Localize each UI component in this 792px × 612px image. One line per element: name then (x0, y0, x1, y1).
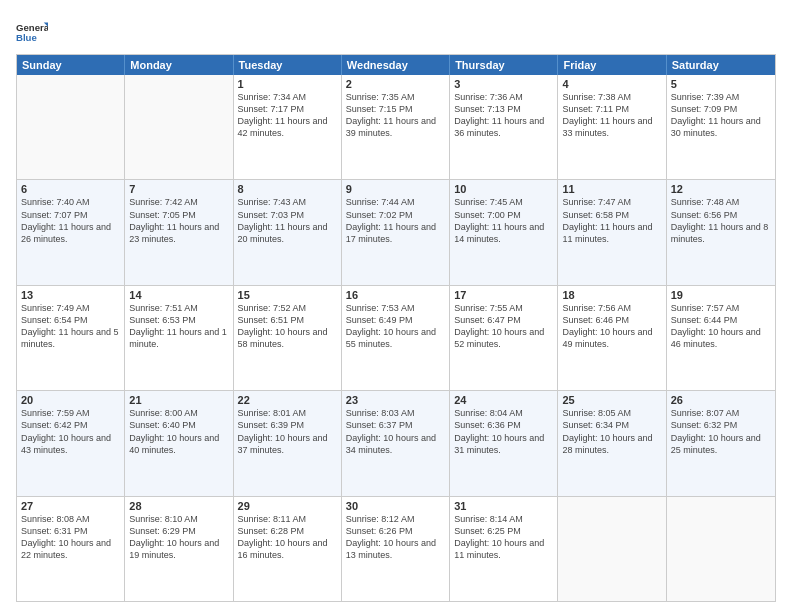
header-day-tuesday: Tuesday (234, 55, 342, 75)
cal-cell-2-0: 13Sunrise: 7:49 AM Sunset: 6:54 PM Dayli… (17, 286, 125, 390)
cell-info: Sunrise: 7:38 AM Sunset: 7:11 PM Dayligh… (562, 91, 661, 140)
header: General Blue (16, 16, 776, 48)
cell-info: Sunrise: 7:36 AM Sunset: 7:13 PM Dayligh… (454, 91, 553, 140)
cal-cell-1-5: 11Sunrise: 7:47 AM Sunset: 6:58 PM Dayli… (558, 180, 666, 284)
day-number: 13 (21, 289, 120, 301)
cell-info: Sunrise: 7:55 AM Sunset: 6:47 PM Dayligh… (454, 302, 553, 351)
cal-cell-4-5 (558, 497, 666, 601)
header-day-thursday: Thursday (450, 55, 558, 75)
header-day-saturday: Saturday (667, 55, 775, 75)
cal-cell-1-1: 7Sunrise: 7:42 AM Sunset: 7:05 PM Daylig… (125, 180, 233, 284)
day-number: 25 (562, 394, 661, 406)
cell-info: Sunrise: 7:49 AM Sunset: 6:54 PM Dayligh… (21, 302, 120, 351)
cell-info: Sunrise: 7:51 AM Sunset: 6:53 PM Dayligh… (129, 302, 228, 351)
cell-info: Sunrise: 8:03 AM Sunset: 6:37 PM Dayligh… (346, 407, 445, 456)
cell-info: Sunrise: 8:11 AM Sunset: 6:28 PM Dayligh… (238, 513, 337, 562)
day-number: 7 (129, 183, 228, 195)
cell-info: Sunrise: 7:48 AM Sunset: 6:56 PM Dayligh… (671, 196, 771, 245)
logo-svg: General Blue (16, 16, 48, 48)
calendar-header: SundayMondayTuesdayWednesdayThursdayFrid… (17, 55, 775, 75)
day-number: 28 (129, 500, 228, 512)
day-number: 16 (346, 289, 445, 301)
day-number: 18 (562, 289, 661, 301)
cal-cell-0-3: 2Sunrise: 7:35 AM Sunset: 7:15 PM Daylig… (342, 75, 450, 179)
cal-cell-4-3: 30Sunrise: 8:12 AM Sunset: 6:26 PM Dayli… (342, 497, 450, 601)
page: General Blue SundayMondayTuesdayWednesda… (0, 0, 792, 612)
cal-cell-1-2: 8Sunrise: 7:43 AM Sunset: 7:03 PM Daylig… (234, 180, 342, 284)
day-number: 3 (454, 78, 553, 90)
day-number: 20 (21, 394, 120, 406)
cell-info: Sunrise: 7:57 AM Sunset: 6:44 PM Dayligh… (671, 302, 771, 351)
cell-info: Sunrise: 7:53 AM Sunset: 6:49 PM Dayligh… (346, 302, 445, 351)
calendar-body: 1Sunrise: 7:34 AM Sunset: 7:17 PM Daylig… (17, 75, 775, 601)
header-day-sunday: Sunday (17, 55, 125, 75)
cell-info: Sunrise: 8:12 AM Sunset: 6:26 PM Dayligh… (346, 513, 445, 562)
day-number: 24 (454, 394, 553, 406)
day-number: 27 (21, 500, 120, 512)
cal-cell-2-3: 16Sunrise: 7:53 AM Sunset: 6:49 PM Dayli… (342, 286, 450, 390)
cell-info: Sunrise: 7:35 AM Sunset: 7:15 PM Dayligh… (346, 91, 445, 140)
day-number: 14 (129, 289, 228, 301)
cal-cell-3-6: 26Sunrise: 8:07 AM Sunset: 6:32 PM Dayli… (667, 391, 775, 495)
day-number: 31 (454, 500, 553, 512)
cell-info: Sunrise: 7:47 AM Sunset: 6:58 PM Dayligh… (562, 196, 661, 245)
cal-cell-2-5: 18Sunrise: 7:56 AM Sunset: 6:46 PM Dayli… (558, 286, 666, 390)
cell-info: Sunrise: 7:52 AM Sunset: 6:51 PM Dayligh… (238, 302, 337, 351)
week-row-5: 27Sunrise: 8:08 AM Sunset: 6:31 PM Dayli… (17, 497, 775, 601)
cal-cell-1-6: 12Sunrise: 7:48 AM Sunset: 6:56 PM Dayli… (667, 180, 775, 284)
day-number: 12 (671, 183, 771, 195)
cell-info: Sunrise: 7:40 AM Sunset: 7:07 PM Dayligh… (21, 196, 120, 245)
cell-info: Sunrise: 7:56 AM Sunset: 6:46 PM Dayligh… (562, 302, 661, 351)
cell-info: Sunrise: 7:45 AM Sunset: 7:00 PM Dayligh… (454, 196, 553, 245)
day-number: 26 (671, 394, 771, 406)
header-day-friday: Friday (558, 55, 666, 75)
day-number: 17 (454, 289, 553, 301)
cal-cell-2-6: 19Sunrise: 7:57 AM Sunset: 6:44 PM Dayli… (667, 286, 775, 390)
header-day-wednesday: Wednesday (342, 55, 450, 75)
cell-info: Sunrise: 7:44 AM Sunset: 7:02 PM Dayligh… (346, 196, 445, 245)
cell-info: Sunrise: 8:05 AM Sunset: 6:34 PM Dayligh… (562, 407, 661, 456)
day-number: 4 (562, 78, 661, 90)
cal-cell-3-0: 20Sunrise: 7:59 AM Sunset: 6:42 PM Dayli… (17, 391, 125, 495)
day-number: 15 (238, 289, 337, 301)
day-number: 29 (238, 500, 337, 512)
week-row-2: 6Sunrise: 7:40 AM Sunset: 7:07 PM Daylig… (17, 180, 775, 285)
day-number: 21 (129, 394, 228, 406)
day-number: 19 (671, 289, 771, 301)
cal-cell-0-4: 3Sunrise: 7:36 AM Sunset: 7:13 PM Daylig… (450, 75, 558, 179)
cell-info: Sunrise: 8:01 AM Sunset: 6:39 PM Dayligh… (238, 407, 337, 456)
cal-cell-0-6: 5Sunrise: 7:39 AM Sunset: 7:09 PM Daylig… (667, 75, 775, 179)
cal-cell-1-0: 6Sunrise: 7:40 AM Sunset: 7:07 PM Daylig… (17, 180, 125, 284)
day-number: 6 (21, 183, 120, 195)
cal-cell-4-0: 27Sunrise: 8:08 AM Sunset: 6:31 PM Dayli… (17, 497, 125, 601)
day-number: 5 (671, 78, 771, 90)
cal-cell-2-1: 14Sunrise: 7:51 AM Sunset: 6:53 PM Dayli… (125, 286, 233, 390)
day-number: 23 (346, 394, 445, 406)
cell-info: Sunrise: 7:43 AM Sunset: 7:03 PM Dayligh… (238, 196, 337, 245)
cell-info: Sunrise: 8:10 AM Sunset: 6:29 PM Dayligh… (129, 513, 228, 562)
day-number: 30 (346, 500, 445, 512)
header-day-monday: Monday (125, 55, 233, 75)
cal-cell-2-4: 17Sunrise: 7:55 AM Sunset: 6:47 PM Dayli… (450, 286, 558, 390)
day-number: 11 (562, 183, 661, 195)
cell-info: Sunrise: 8:08 AM Sunset: 6:31 PM Dayligh… (21, 513, 120, 562)
cal-cell-0-1 (125, 75, 233, 179)
cal-cell-3-1: 21Sunrise: 8:00 AM Sunset: 6:40 PM Dayli… (125, 391, 233, 495)
cal-cell-3-3: 23Sunrise: 8:03 AM Sunset: 6:37 PM Dayli… (342, 391, 450, 495)
cal-cell-0-2: 1Sunrise: 7:34 AM Sunset: 7:17 PM Daylig… (234, 75, 342, 179)
cal-cell-4-4: 31Sunrise: 8:14 AM Sunset: 6:25 PM Dayli… (450, 497, 558, 601)
week-row-3: 13Sunrise: 7:49 AM Sunset: 6:54 PM Dayli… (17, 286, 775, 391)
week-row-1: 1Sunrise: 7:34 AM Sunset: 7:17 PM Daylig… (17, 75, 775, 180)
cal-cell-4-6 (667, 497, 775, 601)
cal-cell-1-3: 9Sunrise: 7:44 AM Sunset: 7:02 PM Daylig… (342, 180, 450, 284)
day-number: 9 (346, 183, 445, 195)
cal-cell-0-0 (17, 75, 125, 179)
cell-info: Sunrise: 7:39 AM Sunset: 7:09 PM Dayligh… (671, 91, 771, 140)
day-number: 22 (238, 394, 337, 406)
cell-info: Sunrise: 8:14 AM Sunset: 6:25 PM Dayligh… (454, 513, 553, 562)
day-number: 2 (346, 78, 445, 90)
day-number: 10 (454, 183, 553, 195)
cal-cell-2-2: 15Sunrise: 7:52 AM Sunset: 6:51 PM Dayli… (234, 286, 342, 390)
cal-cell-1-4: 10Sunrise: 7:45 AM Sunset: 7:00 PM Dayli… (450, 180, 558, 284)
cell-info: Sunrise: 7:42 AM Sunset: 7:05 PM Dayligh… (129, 196, 228, 245)
